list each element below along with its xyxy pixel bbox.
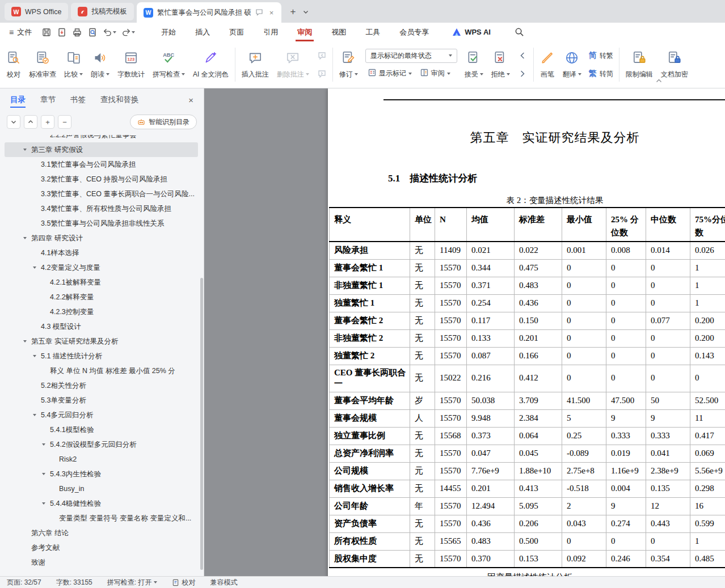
- toc-item[interactable]: 5.4.3内生性检验: [5, 467, 198, 481]
- toc-item[interactable]: 致谢: [5, 555, 198, 570]
- toc-item[interactable]: 4.1样本选择: [5, 246, 198, 260]
- tab-close-icon[interactable]: ×: [268, 9, 275, 17]
- toc-expand-arrow-icon[interactable]: [33, 266, 36, 269]
- zoom-out-icon[interactable]: −: [58, 115, 71, 129]
- stats-value-cell[interactable]: 0: [646, 347, 690, 365]
- toc-item[interactable]: 5.1 描述性统计分析: [5, 349, 198, 363]
- stats-value-cell[interactable]: 0.216: [467, 365, 515, 392]
- toc-item[interactable]: 第四章 研究设计: [5, 231, 198, 246]
- toc-item[interactable]: 4.2.1被解释变量: [5, 275, 198, 290]
- spell-check-indicator[interactable]: 拼写检查: 打开: [107, 578, 158, 587]
- insert-comment-button[interactable]: 插入批注: [238, 44, 273, 85]
- stats-value-cell[interactable]: 15570: [435, 312, 467, 329]
- show-markup-button[interactable]: 显示标记: [365, 66, 414, 81]
- expand-all-icon[interactable]: [24, 115, 37, 129]
- stats-value-cell[interactable]: 5: [562, 409, 606, 427]
- stats-value-cell[interactable]: -0.518: [562, 480, 606, 497]
- stats-variable-cell[interactable]: 独董繁忙 2: [330, 347, 410, 365]
- ai-polish-button[interactable]: AI 全文润色: [189, 44, 233, 85]
- stats-value-cell[interactable]: 50: [646, 392, 690, 409]
- track-changes-button[interactable]: 修订: [335, 44, 362, 85]
- stats-value-cell[interactable]: 15570: [435, 347, 467, 365]
- stats-value-cell[interactable]: 0.200: [690, 329, 725, 347]
- toc-item[interactable]: 第六章 结论: [5, 526, 198, 540]
- stats-value-cell[interactable]: 无: [410, 294, 435, 312]
- toc-item[interactable]: 5.4.2假设模型多元回归分析: [5, 437, 198, 452]
- stats-value-cell[interactable]: 0.483: [515, 277, 562, 294]
- stats-variable-cell[interactable]: CEO 董事长两职合一: [330, 365, 410, 392]
- stats-value-cell[interactable]: 无: [410, 480, 435, 497]
- next-revision-icon[interactable]: [515, 67, 530, 81]
- stats-value-cell[interactable]: 0: [646, 294, 690, 312]
- comment-indicator-icon[interactable]: [255, 8, 263, 18]
- stats-value-cell[interactable]: 0.354: [646, 550, 690, 568]
- section-heading[interactable]: 5.1 描述性统计分析: [388, 172, 477, 185]
- tab-home[interactable]: 开始: [151, 23, 186, 41]
- stats-table-header-cell[interactable]: 最小值: [562, 208, 606, 242]
- stats-value-cell[interactable]: 年: [410, 497, 435, 515]
- toc-item[interactable]: 5.4.4稳健性检验: [5, 496, 198, 511]
- redo-caret-icon[interactable]: [132, 31, 135, 33]
- stats-value-cell[interactable]: 12: [646, 497, 690, 515]
- stats-value-cell[interactable]: 0: [646, 277, 690, 294]
- stats-value-cell[interactable]: 0.413: [515, 480, 562, 497]
- stats-value-cell[interactable]: 0.077: [646, 312, 690, 329]
- toc-item[interactable]: Busy_in: [5, 481, 198, 496]
- stats-value-cell[interactable]: 0: [562, 259, 606, 277]
- stats-value-cell[interactable]: 0: [562, 312, 606, 329]
- stats-value-cell[interactable]: 0: [606, 312, 646, 329]
- table-caption[interactable]: 表 2：变量描述性统计结果: [328, 195, 725, 206]
- tab-view[interactable]: 视图: [322, 23, 356, 41]
- toc-item[interactable]: 3.5繁忙董事与公司风险承担非线性关系: [5, 216, 198, 231]
- stats-value-cell[interactable]: 16: [690, 497, 725, 515]
- word-count-indicator[interactable]: 字数: 33155: [56, 578, 92, 587]
- toc-item[interactable]: 第五章 实证研究结果及分析: [5, 334, 198, 349]
- stats-variable-cell[interactable]: 公司规模: [330, 462, 410, 480]
- tab-membership[interactable]: 会员专享: [390, 23, 439, 41]
- reject-button[interactable]: 拒绝: [487, 44, 514, 85]
- stats-variable-cell[interactable]: 非独董繁忙 1: [330, 277, 410, 294]
- undo-caret-icon[interactable]: [113, 31, 116, 33]
- toc-item[interactable]: 5.3单变量分析: [5, 393, 198, 408]
- stats-value-cell[interactable]: 5.095: [515, 497, 562, 515]
- accept-button[interactable]: 接受: [461, 44, 487, 85]
- stats-table-header-cell[interactable]: 中位数: [646, 208, 690, 242]
- stats-variable-cell[interactable]: 股权集中度: [330, 550, 410, 568]
- stats-value-cell[interactable]: 0.443: [646, 515, 690, 532]
- tab-insert[interactable]: 插入: [186, 23, 220, 41]
- to-traditional-button[interactable]: 简 转繁: [589, 48, 613, 63]
- stats-value-cell[interactable]: 15570: [435, 277, 467, 294]
- stats-value-cell[interactable]: 1.16e+9: [606, 462, 646, 480]
- stats-value-cell[interactable]: 0.371: [467, 277, 515, 294]
- stats-value-cell[interactable]: 无: [410, 312, 435, 329]
- stats-value-cell[interactable]: 0.019: [606, 445, 646, 462]
- stats-value-cell[interactable]: 15570: [435, 445, 467, 462]
- stats-value-cell[interactable]: 15570: [435, 462, 467, 480]
- tab-tools[interactable]: 工具: [356, 23, 390, 41]
- stats-variable-cell[interactable]: 董事会繁忙 2: [330, 312, 410, 329]
- stats-value-cell[interactable]: 无: [410, 550, 435, 568]
- compare-button[interactable]: 比较: [60, 44, 87, 85]
- print-preview-icon[interactable]: [86, 26, 99, 39]
- toc-expand-arrow-icon[interactable]: [42, 443, 45, 446]
- toc-item[interactable]: 4.3 模型设计: [5, 319, 198, 334]
- stats-value-cell[interactable]: 0.333: [646, 427, 690, 445]
- stats-value-cell[interactable]: 0.047: [467, 445, 515, 462]
- wps-ai-button[interactable]: WPS AI: [452, 28, 491, 36]
- stats-value-cell[interactable]: 2.38e+9: [646, 462, 690, 480]
- collapse-all-icon[interactable]: [7, 115, 20, 129]
- next-comment-icon[interactable]: [314, 67, 329, 81]
- stats-value-cell[interactable]: 50.038: [467, 392, 515, 409]
- new-tab-button[interactable]: +: [285, 5, 300, 19]
- stats-value-cell[interactable]: 0.021: [467, 242, 515, 259]
- sidebar-scrollbar[interactable]: [200, 278, 203, 570]
- stats-value-cell[interactable]: 0.064: [515, 427, 562, 445]
- stats-value-cell[interactable]: 0.153: [515, 550, 562, 568]
- stats-value-cell[interactable]: 15570: [435, 515, 467, 532]
- stats-value-cell[interactable]: 1: [690, 294, 725, 312]
- stats-value-cell[interactable]: 0: [646, 259, 690, 277]
- stats-value-cell[interactable]: 15570: [435, 329, 467, 347]
- stats-value-cell[interactable]: 0.417: [690, 427, 725, 445]
- stats-variable-cell[interactable]: 所有权性质: [330, 532, 410, 550]
- stats-table-header-cell[interactable]: 单位: [410, 208, 435, 242]
